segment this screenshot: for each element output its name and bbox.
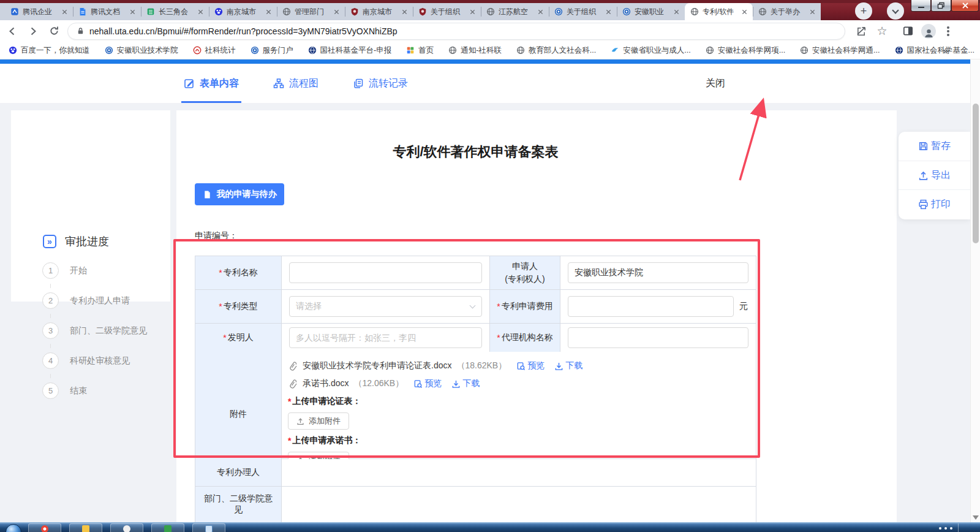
patent-type-select[interactable]: 请选择 — [289, 296, 482, 317]
browser-tab-active[interactable]: 专利/软件 — [685, 3, 753, 20]
browser-tab[interactable]: 长三角会 — [141, 3, 209, 20]
tab-close-icon[interactable] — [59, 7, 69, 17]
preview-link[interactable]: 预览 — [516, 360, 545, 371]
side-panel-icon[interactable] — [900, 24, 915, 39]
taskbar-app-generic[interactable] — [110, 523, 143, 532]
agency-input[interactable] — [568, 327, 748, 348]
inventor-input[interactable] — [289, 327, 482, 348]
tab-close-icon[interactable] — [127, 7, 137, 17]
tab-flow-record[interactable]: 流转记录 — [353, 64, 408, 103]
print-button[interactable]: 打印 — [899, 189, 970, 218]
download-icon — [554, 362, 564, 371]
bookmark[interactable]: 服务门户 — [251, 45, 293, 56]
reload-icon[interactable] — [47, 24, 61, 39]
bookmark[interactable]: 安徽职业技术学院 — [105, 45, 178, 56]
start-button[interactable] — [6, 524, 21, 532]
fee-input[interactable] — [568, 296, 734, 317]
bookmarks-overflow-icon[interactable]: » — [943, 45, 948, 56]
add-attachment-button[interactable]: 添加附件 — [288, 412, 349, 430]
tab-close-icon[interactable] — [195, 7, 205, 17]
globe-icon — [282, 7, 291, 16]
tab-title: 关于组织 — [431, 7, 464, 17]
tab-close-icon[interactable] — [535, 7, 545, 17]
lock-icon — [77, 27, 85, 35]
shield-red-icon — [418, 7, 427, 16]
tab-close-icon[interactable] — [671, 7, 681, 17]
browser-tab[interactable]: 腾讯企业 — [5, 3, 73, 20]
edit-icon — [184, 78, 195, 89]
tab-close-icon[interactable] — [331, 7, 341, 17]
minimize-button[interactable] — [911, 0, 931, 12]
browser-tab[interactable]: 关于组织 — [549, 3, 617, 20]
bookmark[interactable]: 国社科基金平台-申报 — [308, 45, 392, 56]
download-link[interactable]: 下载 — [451, 378, 480, 389]
bookmark[interactable]: 首页 — [406, 45, 434, 56]
restore-button[interactable] — [931, 0, 951, 12]
tab-close-icon[interactable] — [603, 7, 613, 17]
patent-name-input[interactable] — [289, 262, 482, 283]
close-button[interactable] — [951, 0, 979, 12]
my-applications-button[interactable]: 我的申请与待办 — [195, 183, 284, 205]
browser-tab[interactable]: 南京城市 — [345, 3, 413, 20]
badge-blue-icon — [622, 7, 631, 16]
forward-icon[interactable] — [26, 24, 40, 39]
avatar[interactable] — [921, 24, 936, 39]
preview-link[interactable]: 预览 — [413, 378, 442, 389]
browser-menu-icon[interactable] — [947, 30, 949, 32]
download-link[interactable]: 下载 — [554, 360, 582, 371]
browser-tab[interactable]: 管理部门 — [277, 3, 345, 20]
bookmark[interactable]: 通知-社科联 — [448, 45, 502, 56]
taskbar-overflow-dots[interactable] — [939, 527, 952, 530]
tab-flow-chart[interactable]: 流程图 — [273, 64, 318, 103]
browser-tab[interactable]: 南京城市 — [209, 3, 277, 20]
close-form-button[interactable]: 关闭 — [706, 64, 725, 103]
browser-tab[interactable]: 关于举办 — [753, 3, 821, 20]
browser-tab[interactable]: 关于组织 — [413, 3, 481, 20]
share-icon[interactable] — [854, 24, 869, 39]
tab-title: 关于组织 — [567, 7, 600, 17]
export-button[interactable]: 导出 — [899, 161, 970, 189]
new-tab-button[interactable]: + — [855, 2, 872, 20]
taskbar-app-chrome[interactable] — [28, 523, 61, 532]
scrollbar-thumb[interactable] — [973, 104, 979, 243]
tab-close-icon[interactable] — [467, 7, 477, 17]
bookmark[interactable]: 安徽社会科学网项... — [706, 45, 785, 56]
baidu-icon — [214, 7, 223, 16]
back-icon[interactable] — [5, 24, 20, 39]
tab-close-icon[interactable] — [399, 7, 409, 17]
attachment-size: （18.62KB） — [456, 360, 507, 371]
bookmark[interactable]: 安徽社会科学网通... — [800, 45, 880, 56]
tab-close-icon[interactable] — [807, 7, 817, 17]
taskbar-app-excel[interactable] — [151, 523, 184, 532]
export-icon — [918, 170, 929, 181]
address-bar: nehall.uta.edu.cn/Bpmui/#/formRender/run… — [0, 20, 980, 42]
bookmark[interactable]: 百度一下，你就知道 — [9, 45, 90, 56]
bookmark[interactable]: 社科统计 — [193, 45, 236, 56]
taskbar-app-window[interactable] — [192, 523, 225, 532]
attachments-cell: 安徽职业技术学院专利申请论证表.docx （18.62KB） 预览 下载 承诺书… — [282, 352, 756, 476]
taskbar-separator — [958, 523, 959, 532]
browser-tab[interactable]: 腾讯文档 — [73, 3, 141, 20]
applicant-input[interactable] — [568, 262, 748, 283]
globe-icon — [690, 7, 699, 16]
url-field[interactable]: nehall.uta.edu.cn/Bpmui/#/formRender/run… — [67, 23, 845, 40]
bookmark[interactable]: 国家社会科学基金... — [895, 45, 974, 56]
tab-search-button[interactable] — [887, 2, 904, 20]
tab-form-content[interactable]: 表单内容 — [184, 64, 239, 103]
save-draft-button[interactable]: 暂存 — [899, 132, 970, 161]
bookmarks-bar: 百度一下，你就知道 安徽职业技术学院 社科统计 服务门户 国社科基金平台-申报 … — [0, 42, 980, 59]
bookmark[interactable]: 安徽省职业与成人... — [611, 45, 690, 56]
browser-scrollbar[interactable] — [970, 59, 980, 522]
browser-tab[interactable]: 安徽职业 — [617, 3, 685, 20]
browser-tab[interactable]: 江苏航空 — [481, 3, 549, 20]
step-end: 5结束 — [42, 382, 87, 399]
bookmark-star-icon[interactable]: ☆ — [875, 24, 889, 39]
attachment-name: 承诺书.docx — [303, 378, 349, 389]
taskbar-app-folder[interactable] — [69, 523, 102, 532]
inventor-label: *发明人 — [195, 324, 282, 352]
tab-close-icon[interactable] — [263, 7, 273, 17]
scrollbar-down-arrow[interactable] — [973, 515, 979, 520]
bookmark[interactable]: 教育部人文社会科... — [516, 45, 596, 56]
shield-red-icon — [350, 7, 359, 16]
tab-close-icon[interactable] — [739, 7, 749, 17]
